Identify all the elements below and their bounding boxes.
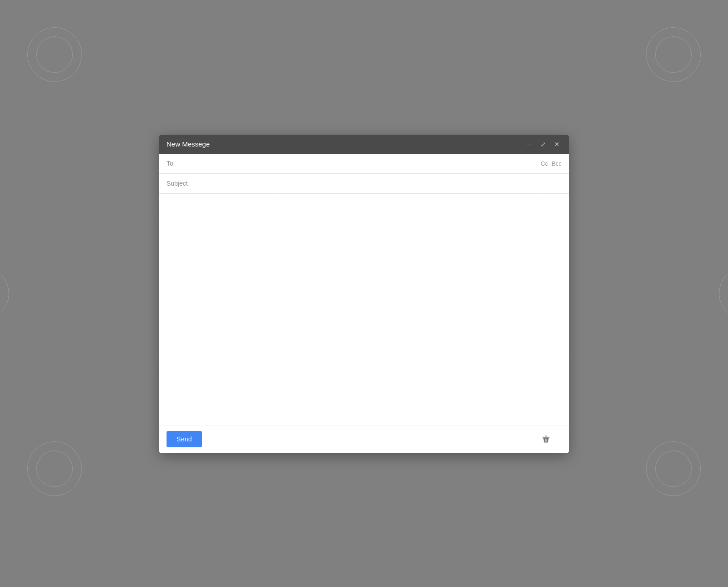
message-textarea[interactable] <box>167 199 561 418</box>
more-options-button[interactable] <box>558 437 561 441</box>
cc-bcc-controls: Cc Bcc <box>541 160 561 167</box>
subject-field-row: Subject <box>159 174 569 194</box>
bcc-button[interactable]: Bcc <box>551 160 561 167</box>
maximize-button[interactable]: ⤢ <box>539 140 548 148</box>
subject-input[interactable] <box>194 180 561 187</box>
close-button[interactable]: ✕ <box>552 140 561 148</box>
trash-button[interactable] <box>540 433 552 445</box>
subject-label: Subject <box>167 180 194 187</box>
compose-body: To Cc Bcc Subject Send <box>159 154 569 453</box>
window-title: New Messege <box>167 140 210 148</box>
trash-icon <box>541 435 551 444</box>
to-field-row: To Cc Bcc <box>159 154 569 174</box>
footer-actions <box>540 433 561 445</box>
compose-footer: Send <box>159 425 569 453</box>
message-area <box>159 194 569 425</box>
compose-window: New Messege — ⤢ ✕ To Cc Bcc Subject <box>159 135 569 453</box>
window-controls: — ⤢ ✕ <box>524 140 561 148</box>
to-input[interactable] <box>194 160 541 167</box>
title-bar: New Messege — ⤢ ✕ <box>159 135 569 154</box>
minimize-button[interactable]: — <box>524 140 534 148</box>
cc-button[interactable]: Cc <box>541 160 548 167</box>
to-label: To <box>167 160 194 167</box>
send-button[interactable]: Send <box>167 431 202 447</box>
